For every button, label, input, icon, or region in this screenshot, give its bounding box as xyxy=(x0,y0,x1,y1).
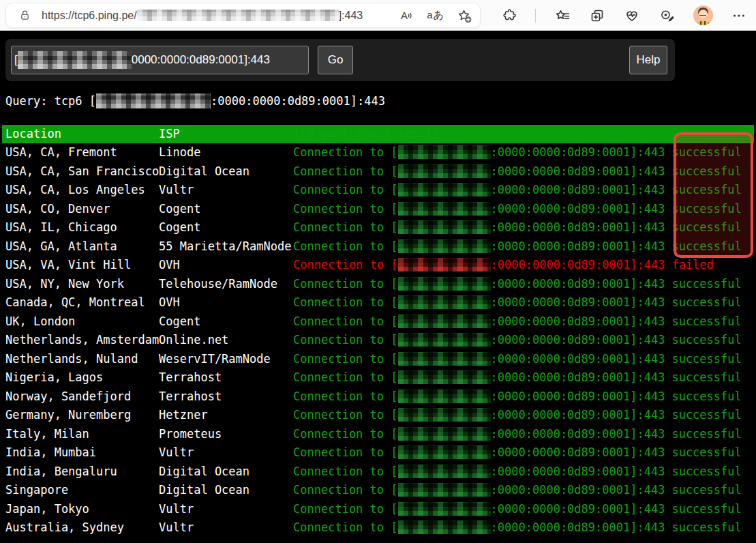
extensions-puzzle-icon[interactable] xyxy=(500,7,518,25)
status-text: successful xyxy=(671,370,741,384)
result-prefix: Connection to [ xyxy=(293,408,398,422)
table-row: USA, GA, Atlanta 55 Marietta/RamNode Con… xyxy=(0,237,756,256)
table-row: Norway, Sandefjord Terrahost Connection … xyxy=(0,387,756,407)
isp-cell: Cogent xyxy=(159,312,200,332)
location-cell: Japan, Tokyo xyxy=(5,500,89,519)
result-prefix: Connection to [ xyxy=(293,202,398,216)
redacted-ip-segment xyxy=(398,258,491,272)
lock-icon[interactable] xyxy=(16,7,33,25)
table-row: USA, VA, Vint Hill OVH Connection to [:0… xyxy=(0,256,756,275)
result-suffix: :0000:0000:0d89:0001]:443 xyxy=(491,220,665,234)
isp-cell: OVH xyxy=(159,256,180,275)
result-suffix: :0000:0000:0d89:0001]:443 xyxy=(491,277,665,291)
status-text: successful xyxy=(671,220,741,234)
web-capture-camera-icon[interactable] xyxy=(658,7,676,25)
isp-cell: Vultr xyxy=(159,500,194,519)
url-suffix: ]:443 xyxy=(339,10,363,22)
isp-cell: Vultr xyxy=(159,518,194,538)
result-cell: Connection to [:0000:0000:0d89:0001]:443… xyxy=(293,387,742,407)
result-cell: Connection to [:0000:0000:0d89:0001]:443… xyxy=(293,350,742,369)
result-cell: Connection to [:0000:0000:0d89:0001]:443… xyxy=(293,293,742,312)
header-result: TCP port check result xyxy=(293,125,440,143)
location-cell: USA, CA, Fremont xyxy=(5,143,117,162)
redacted-ip-segment xyxy=(398,239,491,253)
result-cell: Connection to [:0000:0000:0d89:0001]:443… xyxy=(293,237,742,256)
status-text: successful xyxy=(671,465,741,478)
result-prefix: Connection to [ xyxy=(293,258,398,272)
settings-menu-dots-icon[interactable] xyxy=(730,7,748,25)
isp-cell: Online.net xyxy=(159,331,228,350)
result-prefix: Connection to [ xyxy=(293,333,398,347)
status-text: failed xyxy=(671,258,713,272)
result-suffix: :0000:0000:0d89:0001]:443 xyxy=(491,465,665,478)
status-text: successful xyxy=(671,183,741,196)
browser-essentials-heart-icon[interactable] xyxy=(623,7,641,25)
table-row: Italy, Milan Prometeus Connection to [:0… xyxy=(0,425,756,444)
isp-cell: Vultr xyxy=(159,181,194,200)
status-text: successful xyxy=(671,427,741,441)
redacted-ip-segment xyxy=(398,314,491,328)
isp-cell: Terrahost xyxy=(159,387,222,407)
profile-avatar[interactable] xyxy=(693,5,713,25)
location-cell: USA, CA, Los Angeles xyxy=(5,181,145,200)
redacted-ip-segment xyxy=(398,483,491,497)
status-text: successful xyxy=(671,277,741,291)
address-bar[interactable]: https://tcp6.ping.pe/]:443 A aあ xyxy=(5,3,481,28)
result-suffix: :0000:0000:0d89:0001]:443 xyxy=(491,502,665,516)
result-suffix: :0000:0000:0d89:0001]:443 xyxy=(491,483,665,497)
go-button[interactable]: Go xyxy=(318,46,353,74)
status-text: successful xyxy=(671,408,741,422)
isp-cell: Prometeus xyxy=(159,425,222,444)
result-prefix: Connection to [ xyxy=(293,352,398,366)
location-cell: UK, London xyxy=(5,312,75,332)
host-input[interactable]: [0000:0000:0d89:0001]:443 xyxy=(11,46,309,74)
table-row: USA, CA, Los Angeles Vultr Connection to… xyxy=(0,181,756,200)
redacted-ip-segment xyxy=(398,370,491,384)
table-row: Netherlands, Amsterdam Online.net Connec… xyxy=(0,331,756,350)
query-prefix: Query: tcp6 [ xyxy=(5,94,96,108)
result-cell: Connection to [:0000:0000:0d89:0001]:443… xyxy=(293,312,742,332)
redacted-ip-segment xyxy=(398,352,491,366)
result-cell: Connection to [:0000:0000:0d89:0001]:443… xyxy=(293,481,742,500)
table-row: USA, IL, Chicago Cogent Connection to [:… xyxy=(0,218,756,237)
redacted-ip-segment xyxy=(398,502,491,516)
result-suffix: :0000:0000:0d89:0001]:443 xyxy=(491,520,665,534)
add-favorite-star-icon[interactable] xyxy=(455,7,473,25)
result-prefix: Connection to [ xyxy=(293,295,398,309)
location-cell: Australia, Sydney xyxy=(5,518,124,538)
avatar-glasses xyxy=(699,14,706,16)
translate-icon[interactable]: aあ xyxy=(427,7,444,25)
result-cell: Connection to [:0000:0000:0d89:0001]:443… xyxy=(293,500,742,519)
isp-cell: Cogent xyxy=(159,200,200,219)
table-body: USA, CA, Fremont Linode Connection to [:… xyxy=(0,143,756,538)
input-visible-value: 0000:0000:0d89:0001]:443 xyxy=(132,53,270,67)
table-row: USA, NY, New York Telehouse/RamNode Conn… xyxy=(0,275,756,294)
read-aloud-icon[interactable]: A xyxy=(398,7,416,25)
result-prefix: Connection to [ xyxy=(293,370,398,384)
favorites-star-list-icon[interactable] xyxy=(554,7,571,25)
table-row: Singapore Digital Ocean Connection to [:… xyxy=(0,481,756,500)
redacted-ip-segment xyxy=(398,445,491,459)
result-cell: Connection to [:0000:0000:0d89:0001]:443… xyxy=(293,463,742,482)
isp-cell: Digital Ocean xyxy=(159,162,250,181)
result-suffix: :0000:0000:0d89:0001]:443 xyxy=(491,258,665,272)
result-suffix: :0000:0000:0d89:0001]:443 xyxy=(491,408,665,422)
location-cell: Germany, Nuremberg xyxy=(5,406,131,425)
help-button[interactable]: Help xyxy=(629,46,667,74)
collections-icon[interactable] xyxy=(588,7,606,25)
location-cell: USA, VA, Vint Hill xyxy=(5,256,131,275)
result-prefix: Connection to [ xyxy=(293,164,398,178)
table-row: India, Bengaluru Digital Ocean Connectio… xyxy=(0,463,756,482)
status-text: successful xyxy=(671,352,741,366)
table-row: USA, CA, Fremont Linode Connection to [:… xyxy=(0,143,756,162)
result-prefix: Connection to [ xyxy=(293,390,398,403)
location-cell: Netherlands, Amsterdam xyxy=(5,331,159,350)
result-prefix: Connection to [ xyxy=(293,445,398,459)
result-cell: Connection to [:0000:0000:0d89:0001]:443… xyxy=(293,518,742,538)
header-location: Location xyxy=(5,125,61,143)
result-suffix: :0000:0000:0d89:0001]:443 xyxy=(491,445,665,459)
redacted-ip-segment xyxy=(398,465,491,478)
result-prefix: Connection to [ xyxy=(293,502,398,516)
result-cell: Connection to [:0000:0000:0d89:0001]:443… xyxy=(293,162,742,181)
status-text: successful xyxy=(671,333,741,347)
